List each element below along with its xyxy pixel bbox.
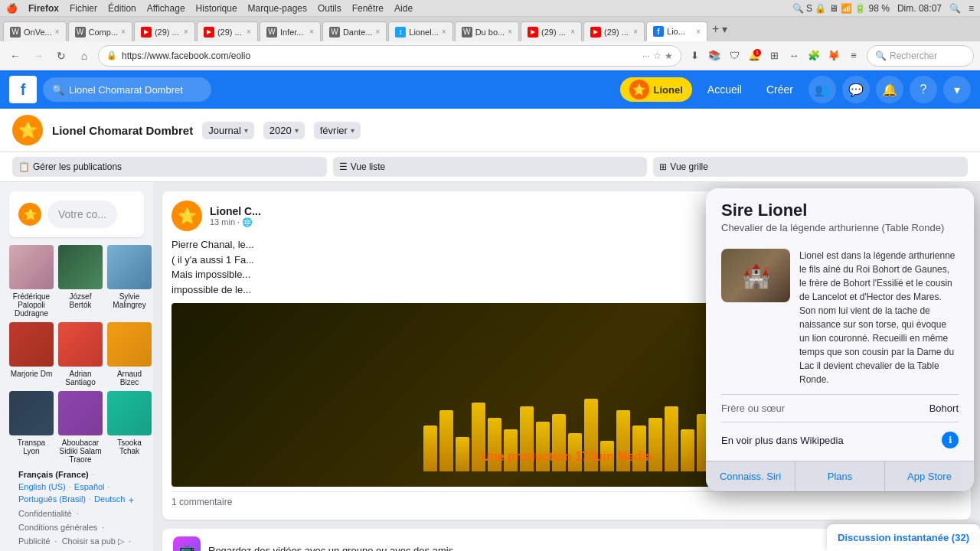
home-btn[interactable]: ⌂	[75, 47, 93, 65]
lang-de[interactable]: Deutsch	[94, 494, 125, 506]
firefox-menu[interactable]: Firefox	[28, 3, 59, 14]
lang-selector: Français (France) · English (US) · Españ…	[18, 470, 135, 506]
lang-es[interactable]: Español	[74, 482, 105, 491]
siri-appstore-btn[interactable]: App Store	[885, 461, 974, 491]
friend-card-8[interactable]: Aboubacar Sidiki Salam Traore	[58, 391, 103, 464]
friend-card-1[interactable]: Frédérique Palopoli Dudragne	[9, 245, 54, 318]
friend-card-9[interactable]: Tsooka Tchak	[107, 391, 152, 464]
lang-en[interactable]: English (US)	[18, 482, 66, 491]
tab-overflow-btn[interactable]: ▾	[722, 23, 727, 35]
tab-close-8[interactable]: ×	[508, 28, 512, 36]
historique-menu[interactable]: Historique	[196, 3, 237, 14]
tab-close-4[interactable]: ×	[247, 28, 251, 36]
tab-close-2[interactable]: ×	[121, 28, 126, 36]
tab-manager-icon[interactable]: ⊞	[766, 47, 782, 64]
ff-icon[interactable]: 🦊	[825, 47, 842, 64]
lang-fr[interactable]: Français (France)	[18, 470, 89, 479]
friend-card-6[interactable]: Arnaud Bizec	[107, 322, 152, 386]
month-dropdown[interactable]: février ▾	[314, 122, 361, 139]
fb-search-input[interactable]	[69, 84, 191, 96]
tab-close-3[interactable]: ×	[184, 28, 188, 36]
tab-close-6[interactable]: ×	[375, 28, 380, 36]
siri-wikipedia-link[interactable]: En voir plus dans Wikipedia	[721, 435, 844, 446]
lang-add-btn[interactable]: +	[128, 494, 134, 506]
tab-close-5[interactable]: ×	[309, 28, 314, 36]
edition-menu[interactable]: Édition	[108, 3, 136, 14]
fb-search-box[interactable]: 🔍	[43, 77, 211, 102]
footer-conditions[interactable]: Conditions générales	[18, 523, 97, 532]
sync-icon[interactable]: ↔	[786, 47, 802, 64]
new-tab-btn[interactable]: +	[712, 22, 719, 36]
journal-dropdown[interactable]: Journal ▾	[202, 122, 254, 139]
tab-close-1[interactable]: ×	[55, 28, 60, 36]
tab-onve[interactable]: W OnVe... ×	[3, 21, 67, 41]
tab-dubo[interactable]: W Du bo... ×	[455, 21, 519, 41]
siri-wikipedia-row[interactable]: En voir plus dans Wikipedia ℹ	[721, 429, 959, 452]
tab-yt3[interactable]: ▶ (29) ... ×	[521, 21, 582, 41]
friend-card-4[interactable]: Marjorie Dm	[9, 322, 54, 386]
tab-yt4[interactable]: ▶ (29) ... ×	[583, 21, 645, 41]
fb-accueil-btn[interactable]: Accueil	[698, 79, 751, 100]
bookmarks-icon[interactable]: 📚	[706, 47, 723, 64]
post-author-name[interactable]: Lionel C...	[210, 205, 261, 217]
fenetre-menu[interactable]: Fenêtre	[352, 3, 384, 14]
tab-lionel-tw[interactable]: t Lionel... ×	[388, 21, 452, 41]
search-macos-icon[interactable]: 🔍	[949, 3, 961, 14]
footer-publicite[interactable]: Publicité	[18, 536, 51, 546]
siri-plans-btn[interactable]: Plans	[795, 461, 885, 491]
extensions-icon[interactable]: 🧩	[805, 47, 822, 64]
friend-card-2[interactable]: József Bertók	[58, 245, 103, 318]
fb-bell-icon-btn[interactable]: 🔔	[876, 76, 903, 103]
instant-messaging-panel[interactable]: Discussion instantanée (32)	[827, 524, 980, 551]
marque-pages-menu[interactable]: Marque-pages	[248, 3, 307, 14]
forward-btn[interactable]: →	[29, 47, 47, 65]
siri-connaiss-btn[interactable]: Connaiss. Siri	[706, 461, 795, 491]
tab-yt2[interactable]: ▶ (29) ... ×	[197, 21, 258, 41]
friend-card-3[interactable]: Sylvie Malingrey	[107, 245, 152, 318]
footer-privacy[interactable]: Confidentialité	[18, 509, 72, 518]
fb-creer-btn[interactable]: Créer	[757, 79, 802, 100]
vue-grille-btn[interactable]: ⊞ Vue grille	[653, 157, 968, 177]
aide-menu[interactable]: Aide	[394, 3, 413, 14]
fb-messenger-icon-btn[interactable]: 💬	[842, 76, 870, 103]
tab-close-7[interactable]: ×	[442, 28, 446, 36]
year-dropdown[interactable]: 2020 ▾	[263, 122, 305, 139]
tab-comp[interactable]: W Comp... ×	[68, 21, 132, 41]
fichier-menu[interactable]: Fichier	[70, 3, 97, 14]
fb-help-icon-btn[interactable]: ?	[910, 76, 937, 103]
affichage-menu[interactable]: Affichage	[147, 3, 185, 14]
reload-btn[interactable]: ↻	[52, 47, 70, 65]
siri-sibling-value[interactable]: Bohort	[929, 403, 959, 414]
fb-user-btn[interactable]: ⭐ Lionel	[620, 77, 692, 102]
tab-close-9[interactable]: ×	[570, 28, 575, 36]
notifications-icon[interactable]: 🔔1	[746, 47, 763, 64]
footer-links: Confidentialité· Conditions générales· P…	[18, 509, 135, 551]
hamburger-icon[interactable]: ≡	[845, 47, 862, 64]
tab-yt1[interactable]: ▶ (29) ... ×	[134, 21, 195, 41]
address-bar[interactable]: 🔒 https://www.facebook.com/eolio ··· ☆ ★	[98, 45, 681, 67]
post-input[interactable]: Votre co...	[47, 201, 117, 228]
back-btn[interactable]: ←	[6, 47, 24, 65]
tab-fb-active[interactable]: f Lio... ×	[646, 21, 707, 41]
vue-liste-btn[interactable]: ☰ Vue liste	[333, 157, 648, 177]
lang-pt[interactable]: Português (Brasil)	[18, 494, 86, 506]
tab-infer[interactable]: W Infer... ×	[260, 21, 321, 41]
apple-menu[interactable]: 🍎	[6, 3, 18, 14]
fb-chevron-icon-btn[interactable]: ▾	[943, 76, 971, 103]
friend-card-5[interactable]: Adrian Santiago	[58, 322, 103, 386]
shield-icon[interactable]: 🛡	[726, 47, 743, 64]
download-icon[interactable]: ⬇	[686, 47, 703, 64]
friend-card-7[interactable]: Transpa Lyon	[9, 391, 54, 464]
star-icon[interactable]: ★	[665, 51, 673, 61]
footer-pub[interactable]: Choisir sa pub ▷	[62, 536, 124, 546]
manage-publications-btn[interactable]: 📋 Gérer les publications	[12, 157, 327, 177]
fb-friends-icon-btn[interactable]: 👥	[808, 76, 836, 103]
bookmark-icon[interactable]: ☆	[653, 51, 662, 61]
tab-dante[interactable]: W Dante... ×	[322, 21, 387, 41]
outils-menu[interactable]: Outils	[318, 3, 341, 14]
tab-close-10[interactable]: ×	[633, 28, 638, 36]
notification-icon[interactable]: ≡	[969, 3, 974, 14]
url-menu-icon[interactable]: ···	[642, 51, 650, 61]
post-time: 13 min · 🌐	[210, 217, 261, 227]
tab-close-11[interactable]: ×	[696, 28, 701, 36]
